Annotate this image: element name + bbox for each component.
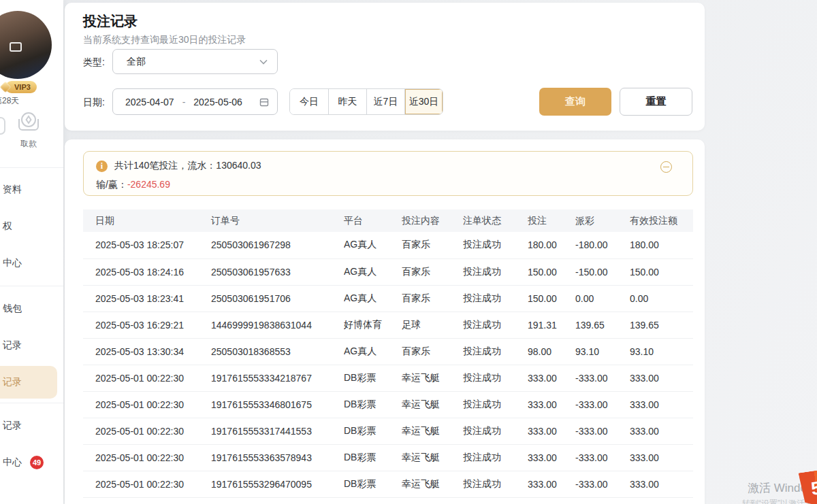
- cell-date: 2025-05-01 00:22:30: [83, 444, 211, 471]
- date-range-input[interactable]: 2025-04-07 - 2025-05-06: [112, 88, 278, 115]
- cell-order-no: 250503061957633: [211, 258, 344, 285]
- table-row: 2025-05-01 00:22:30 1917615553363578943 …: [83, 444, 693, 471]
- cell-platform: AG真人: [344, 258, 402, 285]
- sidebar-item[interactable]: 记录: [0, 327, 63, 364]
- type-select-value: 全部: [127, 56, 146, 68]
- quick-range-button[interactable]: 今日: [290, 89, 328, 114]
- sidebar-item[interactable]: 资料: [0, 171, 63, 208]
- sidebar-item[interactable]: 中心 49: [0, 444, 63, 481]
- cell-date: 2025-05-01 00:22:30: [83, 365, 211, 391]
- quick-range-button[interactable]: 昨天: [328, 89, 366, 114]
- cell-status: 投注成功: [463, 285, 528, 312]
- cell-valid-amount: 333.00: [630, 391, 693, 418]
- cell-bet-amount: 333.00: [528, 444, 575, 471]
- cell-date: 2025-05-03 18:23:41: [83, 285, 211, 312]
- query-button[interactable]: 查询: [539, 88, 611, 116]
- sidebar-item-label: 钱包: [3, 303, 22, 315]
- cell-order-no: 1917615553317441553: [211, 418, 344, 444]
- sidebar-item[interactable]: 中心: [0, 245, 63, 282]
- filters-panel: 投注记录 当前系统支持查询最近30日的投注记录 类型: 全部 日期: 2025-…: [65, 3, 705, 131]
- date-separator: -: [182, 97, 186, 107]
- cell-status: 投注成功: [463, 338, 528, 365]
- cell-platform: AG真人: [344, 285, 402, 312]
- vip-badge-label: VIP3: [14, 83, 31, 91]
- table-row: 2025-05-03 16:29:21 1446999919838631044 …: [83, 312, 693, 338]
- cell-status: 投注成功: [463, 365, 528, 391]
- cell-valid-amount: 333.00: [630, 365, 693, 391]
- table-row: 2025-05-03 13:30:34 250503018368553 AG真人…: [83, 338, 693, 365]
- sidebar-item[interactable]: 记录: [0, 366, 57, 399]
- screen: VIP3 第28天 取款 资料 权 中心 钱包 记录 记录: [0, 0, 817, 504]
- quick-range-group: 今日 昨天 近7日 近30日: [289, 88, 443, 115]
- type-select[interactable]: 全部: [112, 49, 278, 74]
- chevron-down-icon: [259, 59, 268, 65]
- calendar-icon: [259, 97, 269, 107]
- column-header: 注单状态: [463, 209, 528, 232]
- summary-box: i 共计140笔投注，流水：130640.03 输/赢：-26245.69: [83, 151, 693, 196]
- cell-order-no: 250503061951706: [211, 285, 344, 312]
- cell-date: 2025-05-03 18:24:16: [83, 258, 211, 285]
- cell-payout: -333.00: [575, 471, 630, 497]
- cell-order-no: 1917615553334218767: [211, 365, 344, 391]
- quick-range-button[interactable]: 近30日: [404, 89, 443, 114]
- reset-button[interactable]: 重置: [620, 88, 692, 116]
- sidebar: VIP3 第28天 取款 资料 权 中心 钱包 记录 记录: [0, 0, 63, 504]
- cell-payout: -333.00: [575, 418, 630, 444]
- sidebar-item[interactable]: 记录: [0, 407, 63, 444]
- cell-payout: -333.00: [575, 391, 630, 418]
- withdraw-button[interactable]: 取款: [12, 112, 45, 150]
- cell-valid-amount: 139.65: [630, 312, 693, 338]
- cell-platform: DB彩票: [344, 444, 402, 471]
- cell-payout: -333.00: [575, 365, 630, 391]
- cell-valid-amount: 0.00: [630, 285, 693, 312]
- cell-date: 2025-05-01 00:22:30: [83, 418, 211, 444]
- table-row: 2025-05-01 00:22:30 1917615553296470095 …: [83, 471, 693, 497]
- cell-valid-amount: 333.00: [630, 418, 693, 444]
- bet-records-table: 日期订单号平台投注内容注单状态投注派彩有效投注额 2025-05-03 18:2…: [83, 209, 693, 498]
- camera-frame-icon: [10, 42, 22, 52]
- cell-bet-content: 百家乐: [402, 285, 463, 312]
- sidebar-item-label: 记录: [3, 339, 22, 352]
- signin-days-text: 第28天: [0, 95, 48, 107]
- summary-line2: 输/赢：-26245.69: [96, 179, 170, 191]
- summary-line1: i 共计140笔投注，流水：130640.03: [96, 160, 261, 172]
- sidebar-item[interactable]: 钱包: [0, 290, 63, 327]
- cell-payout: -150.00: [575, 258, 630, 285]
- sidebar-item-label: 权: [3, 220, 12, 233]
- withdraw-icon: [15, 112, 42, 133]
- avatar[interactable]: [0, 11, 52, 79]
- cell-valid-amount: 150.00: [630, 258, 693, 285]
- sidebar-item[interactable]: 权: [0, 208, 63, 245]
- cell-order-no: 1917615553363578943: [211, 444, 344, 471]
- cell-date: 2025-05-03 16:29:21: [83, 312, 211, 338]
- results-panel: i 共计140笔投注，流水：130640.03 输/赢：-26245.69 日期…: [65, 139, 705, 504]
- cell-valid-amount: 180.00: [630, 232, 693, 258]
- cell-platform: AG真人: [344, 232, 402, 258]
- cell-bet-amount: 333.00: [528, 365, 575, 391]
- column-header: 订单号: [211, 209, 344, 232]
- sidebar-item-label: 记录: [3, 420, 22, 432]
- cell-valid-amount: 333.00: [630, 444, 693, 471]
- table-row: 2025-05-01 00:22:30 1917615553317441553 …: [83, 418, 693, 444]
- table-row: 2025-05-01 00:22:30 1917615553346801675 …: [83, 391, 693, 418]
- column-header: 日期: [83, 209, 211, 232]
- cell-platform: DB彩票: [344, 471, 402, 497]
- date-label: 日期:: [83, 97, 105, 109]
- cell-platform: DB彩票: [344, 418, 402, 444]
- cell-payout: 93.10: [575, 338, 630, 365]
- deposit-icon-partial[interactable]: [0, 117, 5, 135]
- column-header: 平台: [344, 209, 402, 232]
- column-header: 投注内容: [402, 209, 463, 232]
- info-icon: i: [96, 161, 108, 172]
- quick-range-button[interactable]: 近7日: [366, 89, 404, 114]
- cell-order-no: 1917615553346801675: [211, 391, 344, 418]
- cell-payout: 139.65: [575, 312, 630, 338]
- notification-badge: 49: [30, 456, 44, 469]
- winloss-label: 输/赢：: [96, 179, 127, 190]
- date-from-value: 2025-04-07: [125, 97, 174, 107]
- cell-bet-content: 幸运飞艇: [402, 444, 463, 471]
- sidebar-item-label: 中心: [3, 456, 22, 469]
- column-header: 有效投注额: [630, 209, 693, 232]
- cell-platform: DB彩票: [344, 365, 402, 391]
- collapse-icon[interactable]: [660, 161, 672, 173]
